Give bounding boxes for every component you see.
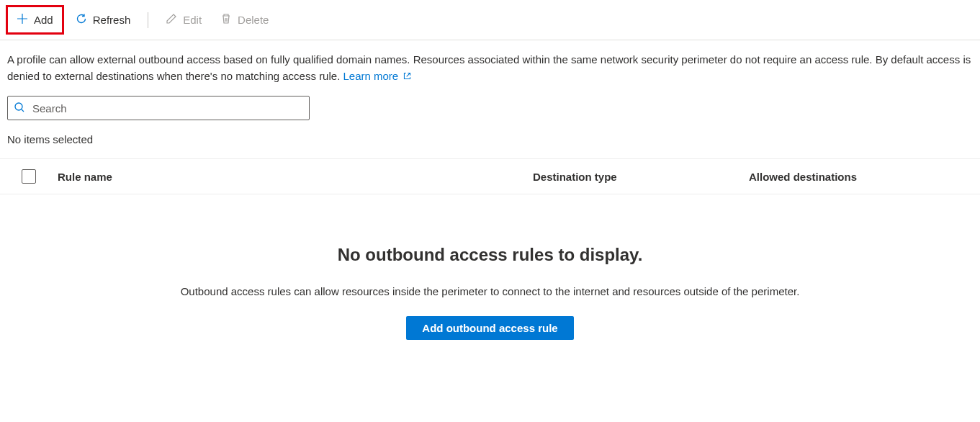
pencil-icon xyxy=(166,13,177,27)
refresh-button[interactable]: Refresh xyxy=(68,9,138,31)
edit-button[interactable]: Edit xyxy=(158,9,209,31)
add-outbound-rule-button[interactable]: Add outbound access rule xyxy=(406,316,573,340)
empty-state: No outbound access rules to display. Out… xyxy=(0,194,980,340)
search-container xyxy=(0,93,980,129)
description-body: A profile can allow external outbound ac… xyxy=(7,53,971,82)
column-rule-name[interactable]: Rule name xyxy=(58,171,533,183)
add-button-label: Add xyxy=(34,14,53,26)
refresh-button-label: Refresh xyxy=(93,14,131,26)
svg-point-0 xyxy=(15,103,22,110)
empty-subtitle: Outbound access rules can allow resource… xyxy=(0,285,980,297)
select-all-checkbox[interactable] xyxy=(22,169,36,184)
plus-icon xyxy=(17,13,28,27)
description-text: A profile can allow external outbound ac… xyxy=(0,40,980,93)
search-input[interactable] xyxy=(32,102,303,115)
search-box[interactable] xyxy=(7,96,310,120)
refresh-icon xyxy=(76,13,87,27)
external-link-icon xyxy=(401,70,412,82)
toolbar: Add Refresh Edit Delete xyxy=(0,0,980,40)
search-icon xyxy=(14,102,25,115)
edit-button-label: Edit xyxy=(183,14,202,26)
select-all-cell xyxy=(7,169,58,184)
column-allowed-destinations[interactable]: Allowed destinations xyxy=(749,171,973,183)
toolbar-divider xyxy=(148,12,148,28)
table-header: Rule name Destination type Allowed desti… xyxy=(0,158,980,194)
trash-icon xyxy=(220,13,232,27)
empty-title: No outbound access rules to display. xyxy=(0,245,980,265)
delete-button-label: Delete xyxy=(238,14,269,26)
add-button[interactable]: Add xyxy=(6,5,64,35)
column-destination-type[interactable]: Destination type xyxy=(533,171,749,183)
learn-more-link[interactable]: Learn more xyxy=(343,70,412,82)
learn-more-label: Learn more xyxy=(343,70,398,82)
delete-button[interactable]: Delete xyxy=(213,9,276,31)
selection-status: No items selected xyxy=(0,129,980,158)
